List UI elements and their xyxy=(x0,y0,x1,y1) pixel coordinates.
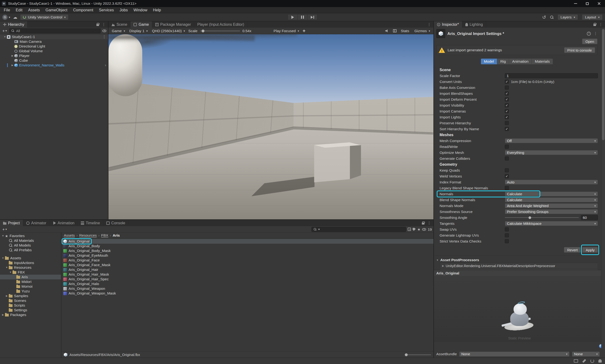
folder-inputactions[interactable]: InputActions xyxy=(0,260,61,265)
help-icon[interactable] xyxy=(587,32,591,36)
vsync-icon[interactable] xyxy=(393,29,397,32)
assetbundle-variant-dropdown[interactable]: None xyxy=(572,351,600,357)
preview-header[interactable]: Aris_Original xyxy=(434,270,605,276)
keep-quads-checkbox[interactable] xyxy=(505,168,509,172)
revert-button[interactable]: Revert xyxy=(564,247,581,253)
hierarchy-item-main-camera[interactable]: Main Camera xyxy=(0,39,108,44)
generate-lightmap-uvs-checkbox[interactable] xyxy=(505,233,509,237)
folder-midori[interactable]: Midori xyxy=(0,279,61,284)
close-button[interactable] xyxy=(593,0,605,7)
slider-track[interactable] xyxy=(405,354,431,355)
folder-yuzu[interactable]: Yuzu xyxy=(0,289,61,294)
folder-packages[interactable]: Packages xyxy=(0,312,61,317)
flare-icon[interactable] xyxy=(303,29,306,33)
folder-all-prefabs[interactable]: All Prefabs xyxy=(0,248,61,252)
assetbundle-dropdown[interactable]: None xyxy=(459,351,569,357)
refresh-icon[interactable] xyxy=(590,359,594,363)
menu-window[interactable]: Window xyxy=(131,7,150,13)
kebab-menu-icon[interactable] xyxy=(102,23,106,26)
kebab-menu-icon[interactable] xyxy=(427,221,431,225)
play-button[interactable] xyxy=(288,14,297,20)
version-control-button[interactable]: Unity Version Control xyxy=(20,14,68,20)
hidden-packages-icon[interactable] xyxy=(422,228,426,231)
optimize-mesh-dropdown[interactable]: Everything xyxy=(505,150,598,155)
folder-all-models[interactable]: All Models xyxy=(0,243,61,248)
menu-gameobject[interactable]: GameObject xyxy=(43,7,70,13)
normals-mode-dropdown[interactable]: Area And Angle Weighted xyxy=(505,203,598,208)
tab-animator[interactable]: Animator xyxy=(23,220,50,226)
tab-scene[interactable]: Scene xyxy=(108,21,130,28)
smoothing-angle-slider[interactable] xyxy=(505,217,579,218)
step-button[interactable] xyxy=(308,14,317,20)
file-aris-original-weapon-mask[interactable]: Aris_Original_Weapon_Mask xyxy=(62,291,433,296)
file-aris-original-weapon[interactable]: Aris_Original_Weapon xyxy=(62,286,433,291)
menu-jobs[interactable]: Jobs xyxy=(117,7,131,13)
menu-help[interactable]: Help xyxy=(150,7,164,13)
postprocessor-unityeditor-rendering-universal-fbxmaterialdescriptionpreprocessor[interactable]: UnityEditor.Rendering.Universal.FBXMater… xyxy=(440,263,598,269)
kebab-menu-icon[interactable] xyxy=(599,23,603,26)
tab-animation[interactable]: Animation xyxy=(50,220,78,226)
foldout-open-icon[interactable] xyxy=(9,271,13,273)
file-aris-original-hair-mask[interactable]: Aris_Original_Hair_Mask xyxy=(62,272,433,277)
import-tab-rig[interactable]: Rig xyxy=(497,58,509,65)
lock-icon[interactable] xyxy=(422,223,425,224)
import-tab-materials[interactable]: Materials xyxy=(532,58,553,65)
menu-assets[interactable]: Assets xyxy=(25,7,43,13)
stats-button[interactable]: Stats xyxy=(401,29,409,33)
legacy-blend-shape-normals-checkbox[interactable] xyxy=(505,186,509,190)
folder-all-materials[interactable]: All Materials xyxy=(0,238,61,243)
lock-icon[interactable] xyxy=(593,24,596,26)
project-search-input[interactable] xyxy=(311,227,406,232)
activity-icon[interactable] xyxy=(574,359,578,363)
tab-player-input-actions-editor[interactable]: Player (Input Actions Editor) xyxy=(194,21,247,28)
apply-button[interactable]: Apply xyxy=(582,247,598,253)
resolution-dropdown[interactable]: QHD (2560x1440) xyxy=(151,29,186,33)
scale-slider[interactable] xyxy=(200,30,240,31)
add-gameobject-button[interactable] xyxy=(2,29,8,33)
swap-uvs-checkbox[interactable] xyxy=(505,227,509,231)
scrollbar-thumb[interactable] xyxy=(602,29,605,140)
maximize-button[interactable] xyxy=(581,0,593,7)
search-icon[interactable] xyxy=(550,15,554,19)
sort-hierarchy-by-name-checkbox[interactable] xyxy=(505,127,509,131)
hierarchy-search-input[interactable]: All xyxy=(9,28,101,33)
hierarchy-item-global-volume[interactable]: Global Volume xyxy=(0,49,108,53)
strict-vertex-data-checks-checkbox[interactable] xyxy=(505,239,509,243)
file-aris-original-hair[interactable]: Aris_Original_Hair xyxy=(62,267,433,272)
hierarchy-item-directional-light[interactable]: Directional Light xyxy=(0,44,108,49)
scene-visibility-icon[interactable] xyxy=(102,29,106,32)
search-by-label-icon[interactable] xyxy=(413,228,416,231)
file-aris-original-hair-spec[interactable]: Aris_Original_Hair_Spec xyxy=(62,277,433,282)
hierarchy-item-cube[interactable]: Cube xyxy=(0,58,108,63)
bake-icon[interactable] xyxy=(582,359,586,363)
foldout-closed-icon[interactable] xyxy=(10,64,14,66)
tab-inspector[interactable]: Inspector* xyxy=(434,21,462,28)
open-button[interactable]: Open xyxy=(582,39,597,44)
smoothness-source-dropdown[interactable]: Prefer Smoothing Groups xyxy=(505,209,598,214)
tab-console[interactable]: Console xyxy=(103,220,129,226)
import-tab-animation[interactable]: Animation xyxy=(509,58,532,65)
thumbnail-size-slider[interactable] xyxy=(405,354,431,355)
scale-factor-field[interactable]: 1 xyxy=(505,73,598,78)
menu-services[interactable]: Services xyxy=(96,7,117,13)
kebab-menu-icon[interactable] xyxy=(427,23,431,26)
folder-settings[interactable]: Settings xyxy=(0,308,61,312)
foldout-open-icon[interactable] xyxy=(1,257,5,259)
mesh-compression-dropdown[interactable]: Off xyxy=(505,138,598,143)
file-aris-original[interactable]: Aris_Original xyxy=(62,239,433,244)
foldout-closed-icon[interactable] xyxy=(1,314,5,316)
folder-aris[interactable]: Aris xyxy=(0,275,61,279)
tab-game[interactable]: Game xyxy=(130,21,152,28)
asset-postprocessors-foldout[interactable]: Asset PostProcessors xyxy=(434,257,600,263)
cloud-services-icon[interactable] xyxy=(13,15,17,19)
inspector-scrollbar[interactable] xyxy=(601,28,605,349)
import-tab-model[interactable]: Model xyxy=(481,58,497,65)
game-viewport[interactable] xyxy=(108,34,433,219)
view-mode-dropdown[interactable]: Game xyxy=(111,29,126,33)
asset-thumbnail[interactable] xyxy=(436,29,445,38)
open-prefab-icon[interactable] xyxy=(105,63,106,67)
play-focused-dropdown[interactable]: Play Focused xyxy=(273,29,300,33)
file-aris-original-face-mask[interactable]: Aris_Original_Face_Mask xyxy=(62,263,433,267)
breadcrumb-aris[interactable]: Aris xyxy=(113,233,120,237)
folder-fbx[interactable]: FBX xyxy=(0,270,61,275)
